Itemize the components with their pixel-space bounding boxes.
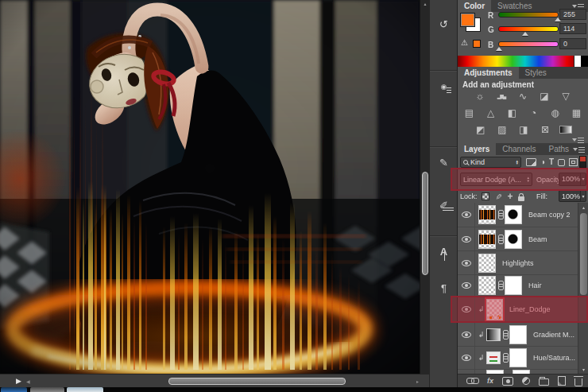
- layer-row-hue-saturation[interactable]: ↲ Hue/Satura...: [458, 347, 578, 370]
- color-spectrum-ramp[interactable]: [458, 56, 588, 67]
- green-value-field[interactable]: 114: [559, 23, 586, 34]
- link-layers-button[interactable]: [466, 378, 478, 384]
- fill-dropdown[interactable]: 100% ▾: [559, 190, 586, 202]
- horizontal-scroll-thumb[interactable]: [168, 378, 346, 385]
- scroll-down-icon[interactable]: ▾: [578, 367, 588, 372]
- document-canvas[interactable]: [0, 0, 420, 374]
- vibrance-icon[interactable]: ▽: [559, 91, 573, 103]
- spectrum-white-cell[interactable]: [574, 56, 581, 67]
- tab-channels[interactable]: Channels: [496, 143, 542, 155]
- lock-all-icon[interactable]: [518, 196, 524, 201]
- layer-thumbnail[interactable]: [478, 276, 496, 295]
- panel-menu-icon[interactable]: [573, 146, 586, 153]
- layer-visibility-icon[interactable]: [462, 236, 471, 243]
- green-slider-thumb[interactable]: [522, 32, 528, 36]
- blue-channel-slider[interactable]: [498, 41, 559, 47]
- gradient-map-icon[interactable]: [559, 126, 572, 134]
- photo-filter-icon[interactable]: ◔: [527, 107, 541, 119]
- layer-mask-thumbnail[interactable]: [505, 205, 522, 224]
- layer-row-beam-copy-2[interactable]: Beam copy 2: [458, 203, 578, 227]
- scroll-right-icon[interactable]: ▶: [16, 377, 21, 385]
- dropdown-arrow-icon[interactable]: ▾: [580, 191, 586, 201]
- exposure-icon[interactable]: ◪: [537, 91, 551, 103]
- layer-mask-thumbnail[interactable]: [505, 276, 522, 295]
- layer-row-hair[interactable]: Hair: [458, 275, 578, 297]
- layer-row-gradient-map[interactable]: ↲ Gradient M...: [458, 323, 578, 347]
- history-panel-button[interactable]: ↺: [434, 14, 454, 34]
- blue-value-field[interactable]: 0: [559, 38, 586, 49]
- tab-color[interactable]: Color: [458, 0, 491, 12]
- vertical-scroll-thumb[interactable]: [422, 172, 428, 275]
- tab-styles[interactable]: Styles: [519, 67, 553, 79]
- lock-transparent-pixels-icon[interactable]: [482, 192, 489, 200]
- character-panel-button[interactable]: A: [434, 242, 454, 262]
- canvas-horizontal-scrollbar[interactable]: ▶ ◀ ▸: [0, 374, 429, 387]
- taskbar-window-button-2[interactable]: [30, 387, 64, 392]
- layer-mask-thumbnail[interactable]: [509, 325, 527, 344]
- filter-type-layers-icon[interactable]: T: [549, 158, 554, 166]
- filter-toggle-switch[interactable]: [579, 156, 586, 168]
- layer-mask-thumbnail[interactable]: [509, 348, 527, 367]
- delete-layer-button[interactable]: [574, 378, 582, 386]
- layer-row-beam[interactable]: Beam: [458, 227, 578, 251]
- blend-mode-dropdown[interactable]: Linear Dodge (A... ▴▾: [460, 173, 532, 186]
- layers-scrollbar[interactable]: ▴ ▾: [578, 203, 588, 374]
- scroll-left-icon[interactable]: ◀: [26, 378, 30, 384]
- clone-source-panel-button[interactable]: ◉: [434, 76, 454, 96]
- foreground-color-swatch[interactable]: [460, 13, 475, 27]
- opacity-dropdown[interactable]: 100% ▾: [559, 173, 586, 186]
- tab-paths[interactable]: Paths: [543, 143, 576, 155]
- new-group-button[interactable]: [539, 378, 549, 386]
- taskbar-window-button-3[interactable]: [67, 387, 103, 392]
- brightness-contrast-icon[interactable]: ☼: [473, 91, 487, 103]
- layer-style-button[interactable]: fx: [487, 377, 493, 385]
- hue-saturation-icon[interactable]: ▤: [462, 107, 477, 119]
- scroll-right-end-icon[interactable]: ▸: [416, 378, 419, 384]
- lock-position-icon[interactable]: +: [507, 192, 513, 200]
- layers-scroll-thumb[interactable]: [580, 213, 587, 295]
- gamut-warning-swatch[interactable]: [473, 40, 481, 48]
- canvas-vertical-scrollbar[interactable]: ▴: [420, 0, 429, 374]
- threshold-icon[interactable]: ◨: [516, 124, 531, 136]
- new-layer-button[interactable]: [558, 376, 566, 386]
- filter-smart-objects-icon[interactable]: [569, 158, 578, 166]
- dropdown-arrow-icon[interactable]: ▾: [580, 173, 586, 185]
- levels-icon[interactable]: ▂▆▄: [494, 91, 509, 103]
- layer-thumbnail[interactable]: [478, 205, 496, 224]
- spectrum-gradient[interactable]: [458, 56, 574, 67]
- tab-layers[interactable]: Layers: [458, 143, 496, 155]
- selective-color-icon[interactable]: ⊠: [538, 124, 552, 136]
- gamut-warning-icon[interactable]: ⚠: [461, 38, 468, 47]
- layer-visibility-icon[interactable]: [462, 332, 471, 338]
- invert-icon[interactable]: ◩: [474, 124, 488, 136]
- green-channel-slider[interactable]: [498, 26, 559, 32]
- filter-pixel-layers-icon[interactable]: [526, 158, 536, 166]
- curves-icon[interactable]: ∿: [516, 91, 530, 103]
- layer-thumbnail[interactable]: [486, 299, 503, 320]
- filter-shape-layers-icon[interactable]: [558, 159, 565, 166]
- layer-visibility-icon[interactable]: [462, 355, 471, 361]
- layer-thumbnail[interactable]: [478, 254, 496, 273]
- black-white-icon[interactable]: ◧: [505, 107, 520, 119]
- posterize-icon[interactable]: ▨: [495, 124, 509, 136]
- spectrum-black-cell[interactable]: [581, 56, 588, 67]
- brush-panel-button[interactable]: ✎: [434, 153, 454, 173]
- layer-visibility-icon[interactable]: [462, 260, 471, 266]
- scroll-up-icon[interactable]: ▴: [578, 204, 588, 210]
- layer-thumbnail[interactable]: [486, 351, 501, 364]
- layer-thumbnail[interactable]: [486, 328, 501, 341]
- taskbar-window-button-1[interactable]: [1, 387, 27, 392]
- channel-mixer-icon[interactable]: ◍: [548, 107, 563, 119]
- brush-presets-panel-button[interactable]: ✐: [434, 196, 454, 215]
- filter-adjustment-layers-icon[interactable]: ◑: [540, 158, 545, 166]
- layer-visibility-icon[interactable]: [462, 306, 471, 312]
- layer-mask-thumbnail[interactable]: [505, 230, 522, 249]
- red-value-field[interactable]: 255: [559, 9, 586, 20]
- layer-row-highlights[interactable]: Highlights: [458, 251, 578, 275]
- new-adjustment-layer-button[interactable]: [522, 377, 530, 385]
- red-channel-slider[interactable]: [498, 12, 559, 17]
- layer-visibility-icon[interactable]: [462, 282, 471, 289]
- color-lookup-icon[interactable]: ▦: [570, 107, 584, 119]
- filter-kind-dropdown[interactable]: Kind ▴▾: [460, 157, 521, 168]
- blue-slider-thumb[interactable]: [496, 47, 502, 51]
